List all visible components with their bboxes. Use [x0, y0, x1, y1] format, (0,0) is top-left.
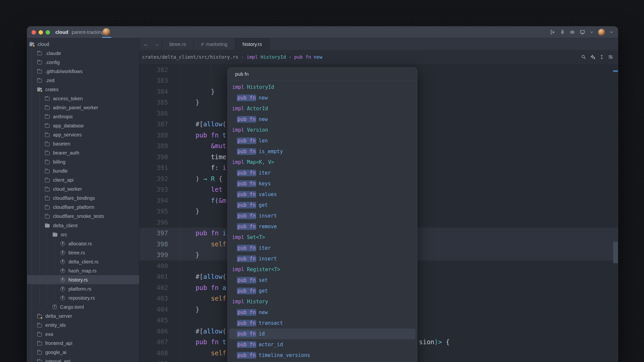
tree-item-cargo-toml[interactable]: TCargo.toml	[27, 302, 139, 311]
tree-item-access-token[interactable]: access_token	[27, 94, 139, 103]
outline-item-timeline-versions[interactable]: pub fntimeline_versions	[228, 350, 417, 361]
tab-marketing[interactable]: #marketing	[194, 38, 235, 50]
tree-item-app-database[interactable]: app_database	[27, 121, 139, 130]
tree-item-delta-client[interactable]: delta_client	[27, 221, 139, 230]
screen-share-icon[interactable]	[580, 29, 585, 35]
navigate-back-icon[interactable]: ←	[144, 41, 149, 47]
outline-section-map-k-v[interactable]: implMap<K, V>	[228, 157, 417, 168]
sign-out-icon[interactable]	[550, 29, 555, 35]
outline-item-actor-id[interactable]: pub fnactor_id	[228, 339, 417, 350]
scrollbar-thumb[interactable]	[613, 242, 618, 263]
collaborator-avatar[interactable]	[103, 28, 110, 36]
outline-item-get[interactable]: pub fnget	[228, 200, 417, 210]
outline-item-get[interactable]: pub fnget	[228, 286, 417, 296]
breadcrumb-segment[interactable]: crates/delta_client/src/history.rs	[142, 54, 238, 60]
tree-item-exa[interactable]: exa	[27, 330, 139, 339]
outline-item-item[interactable]: pub fn	[228, 361, 417, 362]
tree-item-allocator-rs[interactable]: Rallocator.rs	[27, 239, 139, 248]
tree-item-delta-client-rs[interactable]: Rdelta_client.rs	[27, 257, 139, 266]
outline-item-transact[interactable]: pub fntransact	[228, 318, 417, 328]
tree-item-cloud[interactable]: cloud	[27, 40, 139, 49]
tree-item-baseten[interactable]: baseten	[27, 139, 139, 148]
sparkles-icon[interactable]	[590, 54, 596, 60]
breadcrumb[interactable]: crates/delta_client/src/history.rs›implH…	[142, 54, 322, 60]
tree-item-google-ai[interactable]: google_ai	[27, 348, 139, 357]
breadcrumb-segment[interactable]: HistoryId	[261, 54, 286, 60]
outline-search-input[interactable]: pub fn	[228, 68, 417, 80]
minimize-window-button[interactable]	[39, 30, 43, 35]
outline-section-register-t[interactable]: implRegister<T>	[228, 264, 417, 275]
folder-dot-icon	[37, 315, 42, 318]
text-cursor-icon[interactable]	[599, 54, 604, 60]
tree-item-cloudflare-bindings[interactable]: cloudflare_bindings	[27, 194, 139, 203]
tree-item-billing[interactable]: billing	[27, 158, 139, 167]
outline-item-len[interactable]: pub fnlen	[228, 135, 417, 146]
tree-item-app-services[interactable]: app_services	[27, 130, 139, 139]
line-number: 400	[140, 260, 168, 272]
tab-history-rs[interactable]: history.rs	[235, 38, 270, 50]
outline-item-set[interactable]: pub fnset	[228, 275, 417, 286]
tree-item-config[interactable]: .config	[27, 58, 139, 67]
toml-file-icon: T	[53, 305, 57, 309]
tree-item-cloudflare-platform[interactable]: cloudflare_platform	[27, 203, 139, 212]
outline-item-values[interactable]: pub fnvalues	[228, 189, 417, 200]
tree-item-crates[interactable]: crates	[27, 85, 139, 94]
outline-section-historyid[interactable]: implHistoryId	[228, 82, 417, 93]
tab-btree-rs[interactable]: btree.rs	[162, 38, 194, 50]
tree-item-anthropic[interactable]: anthropic	[27, 112, 139, 121]
outline-section-version[interactable]: implVersion	[228, 125, 417, 135]
tree-item-zed[interactable]: .zed	[27, 76, 139, 85]
tree-item-repository-rs[interactable]: Rrepository.rs	[27, 293, 139, 302]
outline-section-actorid[interactable]: implActorId	[228, 103, 417, 114]
outline-item-keys[interactable]: pub fnkeys	[228, 178, 417, 189]
project-name[interactable]: cloud	[55, 29, 68, 35]
tree-item-admin-panel-worker[interactable]: admin_panel_worker	[27, 103, 139, 112]
breadcrumb-segment[interactable]: new	[314, 54, 322, 60]
breadcrumb-segment[interactable]: impl	[247, 54, 258, 60]
close-window-button[interactable]	[32, 30, 36, 35]
outline-item-new[interactable]: pub fnnew	[228, 307, 417, 318]
outline-item-id[interactable]: pub fnid	[229, 328, 416, 339]
outline-item-remove[interactable]: pub fnremove	[228, 221, 417, 232]
outline-item-new[interactable]: pub fnnew	[228, 114, 417, 125]
impl-keyword: impl	[232, 299, 244, 305]
tree-item-client-api[interactable]: client_api	[27, 176, 139, 185]
user-avatar[interactable]	[598, 29, 605, 36]
tree-item-entity-ids[interactable]: entity_ids	[27, 321, 139, 330]
chevron-down-icon[interactable]	[590, 30, 594, 34]
breadcrumb-segment[interactable]: pub fn	[294, 54, 311, 60]
chevron-down-icon[interactable]	[609, 30, 613, 34]
outline-item-insert[interactable]: pub fninsert	[228, 210, 417, 221]
editor-scrollbar[interactable]	[613, 64, 618, 362]
outline-item-new[interactable]: pub fnnew	[228, 93, 417, 103]
outline-item-iter[interactable]: pub fniter	[228, 243, 417, 253]
tree-item-internal-api[interactable]: internal_api	[27, 357, 139, 362]
tree-item-history-rs[interactable]: Rhistory.rs	[27, 275, 139, 284]
mic-icon[interactable]	[560, 29, 565, 35]
tree-item-cloud-worker[interactable]: cloud_worker	[27, 185, 139, 194]
outline-item-is-empty[interactable]: pub fnis_empty	[228, 146, 417, 157]
tree-item-frontend-api[interactable]: frontend_api	[27, 339, 139, 348]
tree-item-bearer-auth[interactable]: bearer_auth	[27, 148, 139, 158]
tree-item-cloudflare-smoke-tests[interactable]: cloudflare_smoke_tests	[27, 212, 139, 221]
tree-item-btree-rs[interactable]: Rbtree.rs	[27, 248, 139, 257]
zoom-window-button[interactable]	[46, 30, 50, 35]
navigate-forward-icon[interactable]: →	[154, 41, 160, 47]
tree-item-claude[interactable]: .claude	[27, 49, 139, 58]
tree-item-delta-server[interactable]: delta_server	[27, 312, 139, 321]
tree-item-github-workflows[interactable]: .github/workflows	[27, 67, 139, 76]
tree-item-hash-map-rs[interactable]: Rhash_map.rs	[27, 266, 139, 275]
code-text: let	[196, 184, 226, 195]
speaker-icon[interactable]	[570, 29, 575, 35]
search-icon[interactable]	[581, 54, 586, 60]
tree-item-platform-rs[interactable]: Rplatform.rs	[27, 284, 139, 293]
outline-section-history[interactable]: implHistory	[228, 296, 417, 307]
tree-item-src[interactable]: src	[27, 230, 139, 239]
outline-item-insert[interactable]: pub fninsert	[228, 253, 417, 264]
tree-item-bundle[interactable]: bundle	[27, 167, 139, 176]
outline-section-set-t[interactable]: implSet<T>	[228, 232, 417, 243]
filters-icon[interactable]	[608, 54, 613, 60]
folder-icon	[45, 123, 50, 128]
tab-label: btree.rs	[169, 42, 186, 47]
outline-item-iter[interactable]: pub fniter	[228, 168, 417, 178]
